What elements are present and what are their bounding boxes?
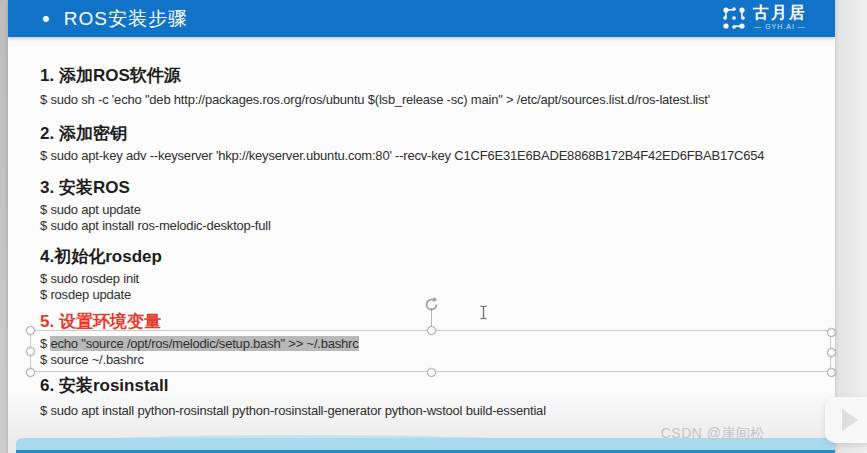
left-gutter: [0, 0, 8, 453]
step-3-heading: 3. 安装ROS: [40, 176, 835, 200]
slide-header: • ROS安装步骤 古月居 — GYH.AI —: [8, 0, 835, 37]
gyh-logo-icon: [721, 5, 747, 31]
selection-handle-mid-left[interactable]: [26, 347, 35, 356]
prompt: $: [40, 403, 50, 418]
video-frame: • ROS安装步骤 古月居 — GYH.AI —: [0, 0, 867, 453]
step-1-heading: 1. 添加ROS软件源: [40, 64, 835, 88]
slide-title: ROS安装步骤: [64, 6, 188, 32]
selection-handle-top-center[interactable]: [427, 326, 436, 335]
step-1-command: $ sudo sh -c 'echo "deb http://packages.…: [40, 92, 835, 108]
csdn-watermark: CSDN @崖间松: [661, 425, 765, 443]
selection-handle-bottom-left[interactable]: [26, 368, 35, 377]
gyh-logo-name: 古月居: [753, 4, 807, 22]
step-6-heading: 6. 安装rosinstall: [40, 374, 835, 398]
prompt: $: [40, 148, 50, 163]
prompt: $: [40, 218, 50, 233]
command-text: sudo apt install ros-melodic-desktop-ful…: [50, 218, 270, 233]
selection-handle-top-left[interactable]: [26, 326, 35, 335]
slide: • ROS安装步骤 古月居 — GYH.AI —: [8, 0, 835, 453]
command-text: sudo rosdep init: [50, 271, 139, 286]
bullet-icon: •: [42, 0, 50, 37]
prompt: $: [40, 271, 50, 286]
step-4-command-1: $ sudo rosdep init: [40, 271, 835, 287]
prompt: $: [40, 92, 50, 107]
right-gutter: [835, 0, 867, 453]
selection-handle-top-right[interactable]: [827, 328, 836, 337]
prompt: $: [40, 202, 50, 217]
selection-handle-bottom-right[interactable]: [827, 368, 836, 377]
step-3-command-1: $ sudo apt update: [40, 202, 835, 218]
gyh-logo-subtitle: — GYH.AI —: [754, 22, 806, 31]
gyh-logo-text: 古月居 — GYH.AI —: [753, 4, 807, 31]
textbox-selection-outline[interactable]: [30, 330, 831, 372]
command-text: rosdep update: [50, 287, 131, 302]
step-2-heading: 2. 添加密钥: [40, 122, 835, 146]
step-4-heading: 4.初始化rosdep: [40, 245, 835, 269]
rotate-handle-icon[interactable]: [423, 296, 440, 313]
selection-handle-mid-right[interactable]: [827, 348, 836, 357]
prompt: $: [40, 287, 50, 302]
command-text: sudo sh -c 'echo "deb http://packages.ro…: [50, 92, 710, 107]
step-2-command: $ sudo apt-key adv --keyserver 'hkp://ke…: [40, 148, 835, 164]
step-6-command: $ sudo apt install python-rosinstall pyt…: [40, 403, 835, 419]
gyh-logo: 古月居 — GYH.AI —: [721, 4, 807, 31]
play-button[interactable]: [825, 397, 867, 443]
command-text: sudo apt-key adv --keyserver 'hkp://keys…: [50, 148, 764, 163]
selection-handle-bottom-center[interactable]: [427, 368, 436, 377]
command-text: sudo apt update: [50, 202, 140, 217]
text-cursor-icon: [479, 305, 488, 320]
command-text: sudo apt install python-rosinstall pytho…: [50, 403, 545, 418]
step-3-command-2: $ sudo apt install ros-melodic-desktop-f…: [40, 218, 835, 234]
